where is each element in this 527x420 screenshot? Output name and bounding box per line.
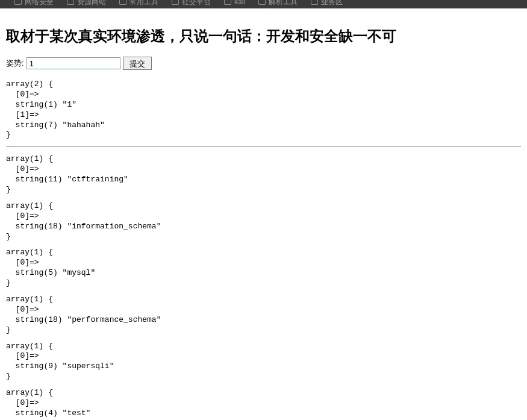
- bookmark-item[interactable]: 资源网站: [67, 0, 106, 5]
- result-block: array(1) { [0]=> string(9) "supersqli" }: [6, 342, 521, 383]
- bookmark-item[interactable]: 解析工具: [258, 0, 298, 5]
- result-block: array(1) { [0]=> string(18) "information…: [6, 201, 521, 242]
- bookmark-item[interactable]: 业务区: [311, 0, 343, 5]
- bookmark-label: 业务区: [321, 0, 343, 5]
- page-content: 取材于某次真实环境渗透，只说一句话：开发和安全缺一不可 姿势: array(2)…: [0, 8, 527, 420]
- output-block: array(2) { [0]=> string(1) "1" [1]=> str…: [6, 80, 521, 140]
- query-form: 姿势:: [6, 57, 521, 70]
- submit-button[interactable]: [123, 57, 152, 70]
- query-input[interactable]: [27, 57, 120, 69]
- page-title: 取材于某次真实环境渗透，只说一句话：开发和安全缺一不可: [6, 27, 521, 46]
- folder-icon: [14, 0, 22, 5]
- folder-icon: [224, 0, 231, 5]
- folder-icon: [67, 0, 74, 5]
- bookmark-item[interactable]: 网络安全: [14, 0, 54, 5]
- bookmark-label: kali: [234, 0, 245, 5]
- result-block: array(1) { [0]=> string(5) "mysql" }: [6, 248, 521, 289]
- divider: [6, 146, 521, 147]
- bookmark-label: 资源网站: [77, 0, 106, 5]
- result-block: array(1) { [0]=> string(11) "ctftraining…: [6, 154, 521, 195]
- result-block: array(1) { [0]=> string(18) "performance…: [6, 295, 521, 336]
- result-block: array(1) { [0]=> string(4) "test" }: [6, 388, 521, 420]
- bookmark-label: 社交平台: [182, 0, 211, 5]
- bookmark-item[interactable]: kali: [224, 0, 245, 5]
- folder-icon: [119, 0, 126, 5]
- bookmark-item[interactable]: 社交平台: [172, 0, 211, 5]
- folder-icon: [172, 0, 179, 5]
- bookmark-item[interactable]: 常用工具: [119, 0, 158, 5]
- bookmark-label: 常用工具: [129, 0, 158, 5]
- folder-icon: [311, 0, 318, 5]
- bookmark-label: 网络安全: [25, 0, 54, 5]
- bookmarks-bar: 网络安全 资源网站 常用工具 社交平台 kali 解析工具 业务区: [0, 0, 527, 8]
- folder-icon: [258, 0, 266, 5]
- bookmark-label: 解析工具: [269, 0, 298, 5]
- input-label: 姿势:: [6, 58, 24, 69]
